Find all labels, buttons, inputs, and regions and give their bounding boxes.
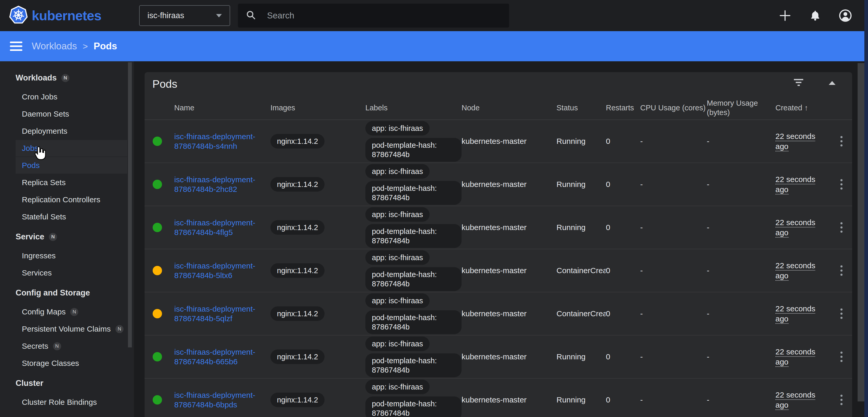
pod-created: 22 seconds ago (775, 390, 819, 410)
create-plus-icon[interactable] (778, 8, 792, 23)
column-header-name[interactable]: Name (174, 103, 271, 112)
pod-status-dot (153, 223, 162, 232)
sort-ascending-icon: ↑ (804, 104, 808, 112)
image-chip: nginx:1.14.2 (271, 220, 324, 235)
sidebar-item[interactable]: Daemon Sets (0, 105, 134, 123)
sidebar-section-title[interactable]: Config and Storage (0, 282, 134, 303)
column-header-memory[interactable]: Memory Usage (bytes) (707, 98, 775, 117)
sidebar-item[interactable]: Replica Sets (0, 174, 134, 191)
filter-icon[interactable] (794, 79, 804, 89)
menu-hamburger-icon[interactable] (10, 41, 22, 51)
sidebar-item[interactable]: Pods (0, 157, 134, 174)
pod-created: 22 seconds ago (775, 304, 819, 324)
pod-name-link[interactable]: isc-fhiraas-deployment-87867484b-2hc82 (174, 175, 264, 194)
brand[interactable]: kubernetes (9, 5, 134, 26)
sidebar-item[interactable]: Deployments (0, 123, 134, 140)
column-header-created[interactable]: Created ↑ (775, 103, 831, 112)
label-chip-app: app: isc-fhiraas (365, 207, 430, 222)
sidebar-section-items: Cron Jobs Daemon Sets Deployments Jobs P… (0, 88, 134, 225)
notifications-bell-icon[interactable] (808, 8, 822, 23)
pod-cpu-usage: - (640, 352, 707, 361)
pod-table-row: isc-fhiraas-deployment-87867484b-4flg5 n… (145, 206, 852, 249)
page-scrollbar[interactable] (858, 0, 864, 417)
sidebar-item-label: Daemon Sets (22, 110, 69, 118)
pod-name-link[interactable]: isc-fhiraas-deployment-87867484b-5qlzf (174, 304, 264, 323)
row-kebab-menu-icon[interactable] (839, 178, 844, 191)
pod-status: ContainerCreat (556, 309, 606, 318)
sidebar-item[interactable]: Ingresses (0, 247, 134, 264)
sidebar-section-label: Cluster (16, 379, 43, 388)
labels-stack: app: isc-fhiraas pod-template-hash: 8786… (365, 164, 462, 205)
sidebar-item[interactable]: Persistent Volume Claims N (0, 320, 134, 338)
pod-node: kubernetes-master (462, 223, 556, 232)
column-header-cpu[interactable]: CPU Usage (cores) (640, 103, 707, 112)
pod-name-link[interactable]: isc-fhiraas-deployment-87867484b-665b6 (174, 347, 264, 367)
row-kebab-menu-icon[interactable] (839, 350, 844, 363)
page-scrollbar-thumb[interactable] (858, 63, 864, 402)
sidebar-item[interactable]: Config Maps N (0, 303, 134, 320)
breadcrumb-parent[interactable]: Workloads (32, 41, 77, 52)
label-chip-pod-template-hash: pod-template-hash: 87867484b (365, 181, 462, 205)
sidebar-section-label: Workloads (16, 73, 57, 82)
column-header-status[interactable]: Status (556, 103, 606, 112)
pod-node: kubernetes-master (462, 309, 556, 318)
sidebar-item[interactable]: Replication Controllers (0, 191, 134, 208)
topbar-actions (778, 0, 852, 31)
sidebar-section-title[interactable]: Workloads N (0, 68, 134, 88)
namespace-selector[interactable]: isc-fhiraas (139, 5, 230, 26)
label-chip-app: app: isc-fhiraas (365, 337, 430, 351)
pod-status-dot (153, 266, 162, 275)
sidebar-item-label: Storage Classes (22, 359, 79, 368)
search-input[interactable] (267, 10, 488, 21)
pods-card: Pods Name Images Labels Node Status Rest… (145, 72, 852, 417)
sidebar-item[interactable]: Jobs (0, 140, 134, 157)
sidebar-item[interactable]: Secrets N (0, 338, 134, 355)
label-chip-app: app: isc-fhiraas (365, 250, 430, 265)
pod-cpu-usage: - (640, 395, 707, 404)
sidebar-item[interactable]: Storage Classes (0, 355, 134, 372)
sidebar-section-title[interactable]: Service N (0, 227, 134, 247)
column-header-labels[interactable]: Labels (365, 103, 462, 112)
column-header-node[interactable]: Node (462, 103, 556, 112)
pod-created: 22 seconds ago (775, 174, 819, 195)
namespaced-badge: N (49, 233, 57, 241)
image-chip: nginx:1.14.2 (271, 263, 324, 278)
sidebar-item[interactable]: Cluster Role Bindings (0, 394, 134, 411)
pod-name-link[interactable]: isc-fhiraas-deployment-87867484b-4flg5 (174, 218, 264, 237)
row-kebab-menu-icon[interactable] (839, 135, 844, 148)
sidebar-item[interactable]: Stateful Sets (0, 208, 134, 225)
kubernetes-logo-icon (9, 5, 28, 26)
pod-node: kubernetes-master (462, 395, 556, 404)
pod-name-link[interactable]: isc-fhiraas-deployment-87867484b-5ltx6 (174, 261, 264, 280)
pod-status: Running (556, 137, 606, 146)
collapse-arrow-icon[interactable] (829, 81, 836, 85)
account-avatar-icon[interactable] (838, 8, 852, 23)
search-bar[interactable] (238, 4, 509, 28)
labels-stack: app: isc-fhiraas pod-template-hash: 8786… (365, 380, 462, 417)
sidebar-item[interactable]: Cron Jobs (0, 88, 134, 105)
pod-status: ContainerCreat (556, 266, 606, 275)
pod-name-link[interactable]: isc-fhiraas-deployment-87867484b-6bpds (174, 390, 264, 410)
breadcrumb-current: Pods (94, 41, 117, 52)
pod-status-dot (153, 137, 162, 146)
image-chip: nginx:1.14.2 (271, 177, 324, 192)
row-kebab-menu-icon[interactable] (839, 307, 844, 320)
pod-cpu-usage: - (640, 180, 707, 189)
pod-created: 22 seconds ago (775, 347, 819, 367)
sidebar-item[interactable]: Services (0, 264, 134, 281)
sidebar-section-items: Config Maps N Persistent Volume Claims N… (0, 303, 134, 372)
row-kebab-menu-icon[interactable] (839, 264, 844, 277)
sidebar-item-label: Secrets (22, 342, 49, 351)
sidebar-scrollbar[interactable] (128, 62, 132, 347)
row-kebab-menu-icon[interactable] (839, 393, 844, 407)
sidebar-item-label: Persistent Volume Claims (22, 324, 111, 334)
row-kebab-menu-icon[interactable] (839, 221, 844, 234)
column-header-restarts[interactable]: Restarts (606, 103, 640, 112)
column-header-images[interactable]: Images (271, 103, 365, 112)
pod-name-link[interactable]: isc-fhiraas-deployment-87867484b-s4nnh (174, 132, 264, 151)
chevron-down-icon (216, 14, 222, 18)
search-icon (246, 10, 256, 21)
sidebar-item-label: Cron Jobs (22, 93, 58, 101)
sidebar-section-title[interactable]: Cluster (0, 373, 134, 394)
label-chip-pod-template-hash: pod-template-hash: 87867484b (365, 224, 462, 248)
